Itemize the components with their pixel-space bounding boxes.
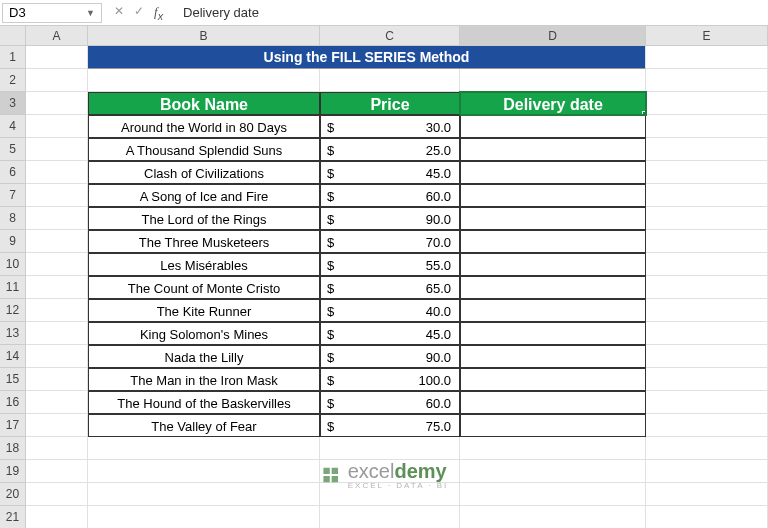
- cell[interactable]: [26, 46, 88, 69]
- name-box[interactable]: D3 ▼: [2, 3, 102, 23]
- cell[interactable]: [88, 69, 320, 92]
- cell[interactable]: [26, 138, 88, 161]
- cell[interactable]: [646, 345, 768, 368]
- book-name-cell[interactable]: The Three Musketeers: [88, 230, 320, 253]
- cell[interactable]: [26, 230, 88, 253]
- cell[interactable]: [460, 506, 646, 528]
- row-header[interactable]: 16: [0, 391, 26, 414]
- cell[interactable]: [26, 368, 88, 391]
- row-header[interactable]: 5: [0, 138, 26, 161]
- fill-handle[interactable]: [642, 111, 646, 115]
- cell[interactable]: [26, 207, 88, 230]
- cell[interactable]: [646, 368, 768, 391]
- cell[interactable]: [26, 506, 88, 528]
- cell[interactable]: [320, 506, 460, 528]
- cell[interactable]: [646, 69, 768, 92]
- book-name-cell[interactable]: The Kite Runner: [88, 299, 320, 322]
- cell[interactable]: [646, 322, 768, 345]
- delivery-date-cell[interactable]: [460, 276, 646, 299]
- book-name-cell[interactable]: King Solomon's Mines: [88, 322, 320, 345]
- book-name-cell[interactable]: Around the World in 80 Days: [88, 115, 320, 138]
- price-cell[interactable]: $25.0: [320, 138, 460, 161]
- cell[interactable]: [26, 460, 88, 483]
- delivery-date-cell[interactable]: [460, 207, 646, 230]
- cell[interactable]: [460, 437, 646, 460]
- book-name-cell[interactable]: The Count of Monte Cristo: [88, 276, 320, 299]
- fx-icon[interactable]: fx: [154, 4, 163, 22]
- col-header-c[interactable]: C: [320, 26, 460, 45]
- cell[interactable]: [646, 138, 768, 161]
- row-header[interactable]: 20: [0, 483, 26, 506]
- cell[interactable]: [646, 414, 768, 437]
- delivery-date-cell[interactable]: [460, 138, 646, 161]
- book-name-cell[interactable]: The Hound of the Baskervilles: [88, 391, 320, 414]
- cell[interactable]: [460, 483, 646, 506]
- cell[interactable]: [26, 276, 88, 299]
- book-name-cell[interactable]: Clash of Civilizations: [88, 161, 320, 184]
- delivery-date-cell[interactable]: [460, 414, 646, 437]
- row-header[interactable]: 8: [0, 207, 26, 230]
- price-cell[interactable]: $90.0: [320, 207, 460, 230]
- row-header[interactable]: 1: [0, 46, 26, 69]
- cell[interactable]: [26, 115, 88, 138]
- row-header[interactable]: 14: [0, 345, 26, 368]
- cell[interactable]: [26, 437, 88, 460]
- cell[interactable]: [646, 253, 768, 276]
- accept-icon[interactable]: ✓: [134, 4, 144, 22]
- delivery-date-cell[interactable]: [460, 322, 646, 345]
- cell[interactable]: [26, 253, 88, 276]
- cell[interactable]: [320, 437, 460, 460]
- col-header-b[interactable]: B: [88, 26, 320, 45]
- cell[interactable]: [26, 69, 88, 92]
- header-price[interactable]: Price: [320, 92, 460, 115]
- cell[interactable]: [646, 460, 768, 483]
- chevron-down-icon[interactable]: ▼: [86, 8, 95, 18]
- row-header[interactable]: 19: [0, 460, 26, 483]
- cancel-icon[interactable]: ✕: [114, 4, 124, 22]
- price-cell[interactable]: $45.0: [320, 161, 460, 184]
- row-header[interactable]: 10: [0, 253, 26, 276]
- row-header[interactable]: 7: [0, 184, 26, 207]
- cell[interactable]: [26, 161, 88, 184]
- delivery-date-cell[interactable]: [460, 299, 646, 322]
- cell[interactable]: [26, 483, 88, 506]
- row-header[interactable]: 17: [0, 414, 26, 437]
- row-header[interactable]: 9: [0, 230, 26, 253]
- select-all-corner[interactable]: [0, 26, 26, 45]
- price-cell[interactable]: $100.0: [320, 368, 460, 391]
- cell[interactable]: [646, 483, 768, 506]
- price-cell[interactable]: $60.0: [320, 391, 460, 414]
- book-name-cell[interactable]: A Song of Ice and Fire: [88, 184, 320, 207]
- cell[interactable]: [646, 437, 768, 460]
- cell[interactable]: [88, 483, 320, 506]
- header-book-name[interactable]: Book Name: [88, 92, 320, 115]
- price-cell[interactable]: $45.0: [320, 322, 460, 345]
- book-name-cell[interactable]: The Man in the Iron Mask: [88, 368, 320, 391]
- delivery-date-cell[interactable]: [460, 368, 646, 391]
- price-cell[interactable]: $75.0: [320, 414, 460, 437]
- delivery-date-cell[interactable]: [460, 345, 646, 368]
- delivery-date-cell[interactable]: [460, 391, 646, 414]
- price-cell[interactable]: $55.0: [320, 253, 460, 276]
- cell[interactable]: [320, 69, 460, 92]
- delivery-date-cell[interactable]: [460, 184, 646, 207]
- book-name-cell[interactable]: The Valley of Fear: [88, 414, 320, 437]
- col-header-a[interactable]: A: [26, 26, 88, 45]
- delivery-date-cell[interactable]: [460, 253, 646, 276]
- cell[interactable]: [646, 115, 768, 138]
- price-cell[interactable]: $40.0: [320, 299, 460, 322]
- cell[interactable]: [646, 391, 768, 414]
- price-cell[interactable]: $70.0: [320, 230, 460, 253]
- book-name-cell[interactable]: A Thousand Splendid Suns: [88, 138, 320, 161]
- row-header[interactable]: 15: [0, 368, 26, 391]
- cell[interactable]: [88, 506, 320, 528]
- cell[interactable]: [26, 184, 88, 207]
- cell[interactable]: [26, 414, 88, 437]
- cell[interactable]: [646, 161, 768, 184]
- price-cell[interactable]: $65.0: [320, 276, 460, 299]
- row-header[interactable]: 6: [0, 161, 26, 184]
- row-header[interactable]: 18: [0, 437, 26, 460]
- price-cell[interactable]: $30.0: [320, 115, 460, 138]
- cell[interactable]: [460, 69, 646, 92]
- cell[interactable]: [646, 276, 768, 299]
